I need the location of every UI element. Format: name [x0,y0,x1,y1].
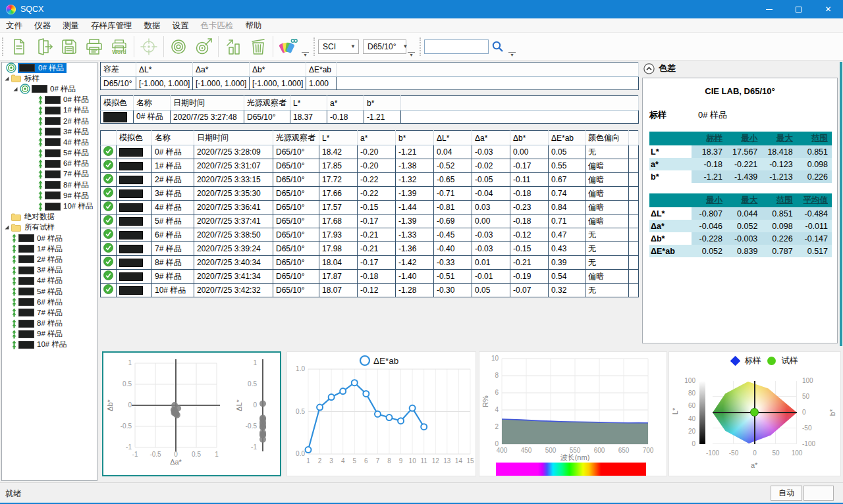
toolbar-grip[interactable] [420,38,421,56]
toolbar-grip[interactable] [313,38,315,56]
export-word-button[interactable]: Word [107,34,132,59]
tree-trial-child-6[interactable]: 6# 样品 [2,297,97,307]
tree-standard-child-8[interactable]: 8# 样品 [2,180,97,190]
standard-header[interactable]: 日期时间 [171,96,244,111]
sample-row-5[interactable]: 5# 样品2020/7/25 3:37:41D65/10°17.68-0.17-… [101,214,639,228]
tree-selected-sample[interactable]: 0# 样品 [2,63,97,73]
sample-row-10[interactable]: 10# 样品2020/7/25 3:42:32D65/10°18.07-0.12… [101,284,639,297]
samples-header[interactable]: a* [358,131,396,145]
menu-item-1[interactable]: 仪器 [28,18,57,33]
toolbar-grip[interactable] [2,38,3,56]
sample-row-0[interactable]: 0# 样品2020/7/25 3:28:09D65/10°18.42-0.20-… [101,145,639,159]
tree-group-absolute[interactable]: 绝对数据 [2,212,97,222]
sample-row-4[interactable]: 4# 样品2020/7/25 3:36:41D65/10°17.57-0.15-… [101,201,639,214]
tree-group-trials[interactable]: 所有试样 [2,222,97,233]
tolerance-row[interactable]: D65/10° [-1.000, 1.000] [-1.000, 1.000] … [101,77,639,90]
samples-header[interactable]: ΔL* [434,131,472,145]
measure-standard-button[interactable] [166,34,191,59]
close-button[interactable]: ✕ [813,0,843,18]
samples-header[interactable]: Δa* [472,131,510,145]
menu-item-6[interactable]: 色卡匹检 [195,18,240,33]
sample-row-2[interactable]: 2# 样品2020/7/25 3:33:15D65/10°17.72-0.22-… [101,173,639,187]
samples-header[interactable]: Δb* [510,131,549,145]
tolerance-header[interactable]: ΔL* [136,63,193,77]
tree-standard-child-2[interactable]: 2# 样品 [2,116,97,126]
tree-trial-child-3[interactable]: 3# 样品 [2,265,97,276]
tree-standard-child-7[interactable]: 7# 样品 [2,169,97,180]
tree-trial-child-4[interactable]: 4# 样品 [2,276,97,286]
tree-trial-child-9[interactable]: 9# 样品 [2,329,97,340]
samples-header[interactable]: ΔE*ab [549,131,585,145]
samples-header[interactable]: 名称 [152,131,194,145]
tree-trial-child-2[interactable]: 2# 样品 [2,254,97,265]
statistics-button[interactable] [221,34,246,59]
tree-standard-child-9[interactable]: 9# 样品 [2,190,97,201]
tree-standard-child-0[interactable]: 0# 样品 [2,95,97,105]
menu-item-2[interactable]: 测量 [57,18,85,33]
menu-item-7[interactable]: 帮助 [240,18,268,33]
standard-header[interactable]: a* [327,96,364,111]
samples-header[interactable]: 日期时间 [194,131,273,145]
menu-item-4[interactable]: 数据 [138,18,167,33]
menu-item-5[interactable]: 设置 [167,18,195,33]
sample-row-3[interactable]: 3# 样品2020/7/25 3:35:30D65/10°17.66-0.22-… [101,187,639,201]
samples-header[interactable]: L* [319,131,358,145]
sample-row-8[interactable]: 8# 样品2020/7/25 3:40:34D65/10°18.04-0.17-… [101,256,639,270]
tree-trial-child-5[interactable]: 5# 样品 [2,286,97,297]
collapse-panel-button[interactable] [643,63,655,74]
sample-row-1[interactable]: 1# 样品2020/7/25 3:31:07D65/10°17.85-0.20-… [101,159,639,173]
toolbar-overflow-button[interactable]: ▾ [408,52,415,58]
tree-standard-child-5[interactable]: 5# 样品 [2,148,97,159]
samples-header[interactable]: 颜色偏向 [585,131,629,145]
standard-row[interactable]: 0# 样品 2020/7/25 3:27:48 D65/10° 18.37 -0… [101,111,639,124]
tree-trial-child-0[interactable]: 0# 样品 [2,233,97,243]
sample-row-6[interactable]: 6# 样品2020/7/25 3:38:50D65/10°17.93-0.21-… [101,228,639,242]
new-document-button[interactable] [7,34,32,59]
tree-group-standard[interactable]: 标样 [2,73,97,84]
expand-triangle-icon[interactable] [13,86,18,92]
print-button[interactable] [82,34,107,59]
panel-splitter[interactable] [840,62,842,346]
tree-trial-child-1[interactable]: 1# 样品 [2,243,97,254]
open-button[interactable] [32,34,57,59]
tree-standard-child-1[interactable]: 1# 样品 [2,105,97,116]
tree-trial-child-8[interactable]: 8# 样品 [2,318,97,329]
color-match-button[interactable] [275,34,300,59]
tree-standard-item[interactable]: 0# 样品 [2,84,97,94]
menu-item-0[interactable]: 文件 [0,18,28,33]
minimize-button[interactable] [754,0,784,18]
tree-trial-child-7[interactable]: 7# 样品 [2,307,97,318]
tolerance-header[interactable]: 容差 [101,63,136,77]
tolerance-header[interactable]: Δa* [193,63,250,77]
reflectance-panel[interactable]: 0246810400450500550600650700R%波长(nm) [479,351,667,476]
standard-header[interactable]: L* [290,96,327,111]
calibrate-button[interactable] [136,34,161,59]
menu-item-3[interactable]: 存样库管理 [85,18,138,33]
samples-header[interactable]: 光源观察者 [273,131,319,145]
tree-standard-child-3[interactable]: 3# 样品 [2,126,97,137]
toolbar-overflow-button[interactable]: ▾ [508,52,516,58]
standard-header[interactable]: 模拟色 [101,96,134,111]
standard-header[interactable]: b* [364,96,401,111]
toolbar-overflow-button[interactable]: ▾ [302,52,309,58]
search-input[interactable] [424,39,489,54]
illuminant-select[interactable]: D65/10° ▼ [363,39,406,54]
measure-sample-button[interactable] [191,34,216,59]
sample-row-9[interactable]: 9# 样品2020/7/25 3:41:34D65/10°17.87-0.18-… [101,270,639,284]
standard-header[interactable]: 名称 [134,96,171,111]
tree-standard-child-10[interactable]: 10# 样品 [2,201,97,211]
tree-standard-child-4[interactable]: 4# 样品 [2,137,97,147]
sample-row-7[interactable]: 7# 样品2020/7/25 3:39:24D65/10°17.98-0.21-… [101,242,639,256]
mode-select[interactable]: SCI ▼ [318,39,359,54]
auto-mode-button[interactable]: 自动 [771,486,802,501]
save-button[interactable] [57,34,82,59]
samples-header[interactable]: b* [396,131,434,145]
deltaE-trend-panel[interactable]: 1234567891011121314150.00.51.0ΔE*ab [286,351,476,476]
tree-standard-child-6[interactable]: 6# 样品 [2,159,97,169]
expand-triangle-icon[interactable] [4,224,10,230]
expand-triangle-icon[interactable] [4,76,10,82]
standard-header[interactable]: 光源观察者 [244,96,290,111]
delete-button[interactable] [246,34,271,59]
tolerance-header[interactable]: Δb* [250,63,306,77]
samples-header[interactable]: 模拟色 [117,131,152,145]
